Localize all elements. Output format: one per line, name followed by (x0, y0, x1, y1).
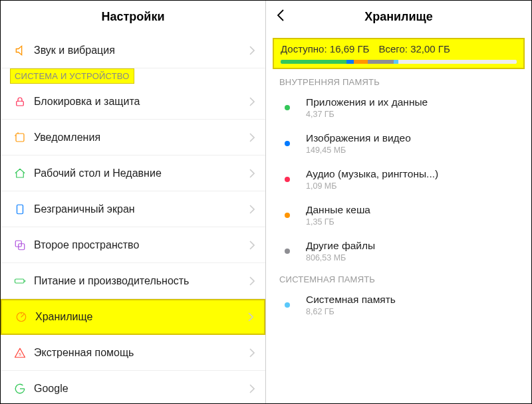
dot-icon (285, 105, 290, 110)
notification-icon (14, 132, 34, 144)
chevron-right-icon (249, 205, 255, 214)
chevron-right-icon (249, 384, 255, 393)
available-text: Доступно: 16,69 ГБ (281, 43, 369, 54)
row-lock[interactable]: Блокировка и защита (1, 84, 265, 120)
storage-item-sub: 1,09 МБ (306, 181, 438, 191)
row-google[interactable]: Google (1, 371, 265, 404)
bar-segment (394, 60, 398, 64)
row-label: Второе пространство (34, 239, 249, 251)
row-label: Уведомления (34, 132, 249, 144)
storage-item[interactable]: Изображения и видео149,45 МБ (266, 126, 531, 161)
storage-item-text: Системная память 8,62 ГБ (306, 294, 396, 316)
google-icon (14, 383, 34, 395)
row-sound[interactable]: Звук и вибрация (1, 33, 265, 68)
section-system-device: СИСТЕМА И УСТРОЙСТВО (10, 68, 134, 84)
section-internal-memory: ВНУТРЕННЯЯ ПАМЯТЬ (266, 72, 531, 90)
row-emergency[interactable]: SЭкстренная помощь (1, 335, 265, 371)
row-label: Звук и вибрация (34, 45, 249, 56)
row-label: Блокировка и защита (34, 96, 249, 108)
storage-pane: Хранилище Доступно: 16,69 ГБ Всего: 32,0… (266, 1, 531, 403)
storage-bar (281, 60, 517, 64)
total-text: Всего: 32,00 ГБ (378, 43, 450, 54)
dot-icon (285, 249, 290, 254)
storage-item[interactable]: Аудио (музыка, рингтоны...)1,09 МБ (266, 161, 531, 197)
storage-item-title: Приложения и их данные (306, 96, 428, 108)
back-button[interactable] (277, 9, 285, 22)
storage-title: Хранилище (364, 10, 433, 24)
storage-item-title: Данные кеша (306, 204, 370, 216)
row-secondspace[interactable]: Второе пространство (1, 227, 265, 263)
storage-item-text: Аудио (музыка, рингтоны...)1,09 МБ (306, 168, 438, 191)
storage-item-text: Изображения и видео149,45 МБ (306, 132, 411, 155)
storage-item-title: Системная память (306, 294, 396, 306)
storage-item-text: Данные кеша1,35 ГБ (306, 204, 370, 227)
battery-icon (14, 275, 34, 287)
bar-segment (354, 60, 368, 64)
storage-item-system[interactable]: Системная память 8,62 ГБ (266, 287, 531, 323)
chevron-right-icon (249, 241, 255, 250)
storage-icon (15, 311, 35, 323)
chevron-right-icon (249, 133, 255, 142)
dot-icon (285, 213, 290, 218)
row-label: Рабочий стол и Недавние (34, 167, 249, 179)
chevron-right-icon (249, 97, 255, 106)
storage-header: Хранилище (266, 1, 531, 33)
storage-summary-line: Доступно: 16,69 ГБ Всего: 32,00 ГБ (281, 43, 517, 54)
storage-item[interactable]: Другие файлы806,53 МБ (266, 233, 531, 269)
row-label: Хранилище (35, 311, 248, 323)
storage-item-title: Изображения и видео (306, 132, 411, 144)
row-label: Google (34, 383, 249, 395)
home-icon (14, 167, 34, 179)
bar-segment (368, 60, 394, 64)
storage-item-sub: 8,62 ГБ (306, 307, 396, 316)
row-label: Безграничный экран (34, 203, 249, 215)
chevron-right-icon (249, 169, 255, 178)
storage-item-title: Аудио (музыка, рингтоны...) (306, 168, 438, 180)
storage-item-text: Другие файлы806,53 МБ (306, 240, 375, 262)
chevron-right-icon (248, 312, 253, 322)
settings-title: Настройки (102, 10, 165, 24)
bar-segment (281, 60, 346, 64)
row-label: Питание и производительность (34, 275, 249, 287)
dot-icon (285, 302, 290, 308)
svg-rect-2 (17, 205, 23, 214)
storage-item-sub: 1,35 ГБ (306, 217, 370, 227)
row-battery[interactable]: Питание и производительность (1, 263, 265, 299)
svg-rect-1 (16, 134, 24, 142)
storage-item-title: Другие файлы (306, 240, 375, 252)
row-display[interactable]: Безграничный экран (1, 191, 265, 227)
emergency-icon: S (14, 347, 34, 359)
svg-rect-0 (17, 101, 24, 106)
storage-item-sub: 149,45 МБ (306, 146, 411, 155)
storage-item-sub: 806,53 МБ (306, 253, 375, 262)
storage-summary: Доступно: 16,69 ГБ Всего: 32,00 ГБ (273, 38, 525, 69)
svg-rect-5 (15, 279, 25, 283)
chevron-right-icon (249, 348, 255, 357)
display-icon (14, 203, 34, 215)
storage-item[interactable]: Данные кеша1,35 ГБ (266, 197, 531, 233)
row-notification[interactable]: Уведомления (1, 120, 265, 155)
sound-icon (14, 44, 34, 57)
secondspace-icon (14, 239, 34, 251)
svg-text:S: S (19, 352, 21, 355)
lock-icon (14, 96, 34, 108)
storage-item-text: Приложения и их данные4,37 ГБ (306, 96, 428, 119)
storage-item[interactable]: Приложения и их данные4,37 ГБ (266, 90, 531, 126)
row-label: Экстренная помощь (34, 347, 249, 359)
storage-item-sub: 4,37 ГБ (306, 110, 428, 119)
dot-icon (285, 141, 290, 146)
row-storage[interactable]: Хранилище (1, 299, 265, 335)
chevron-right-icon (249, 46, 255, 55)
section-system-memory: СИСТЕМНАЯ ПАМЯТЬ (266, 269, 531, 287)
bar-segment (346, 60, 354, 64)
row-home[interactable]: Рабочий стол и Недавние (1, 155, 265, 191)
settings-pane: Настройки Звук и вибрация СИСТЕМА И УСТР… (1, 1, 266, 403)
settings-header: Настройки (1, 1, 265, 33)
dot-icon (285, 177, 290, 182)
chevron-right-icon (249, 276, 255, 286)
